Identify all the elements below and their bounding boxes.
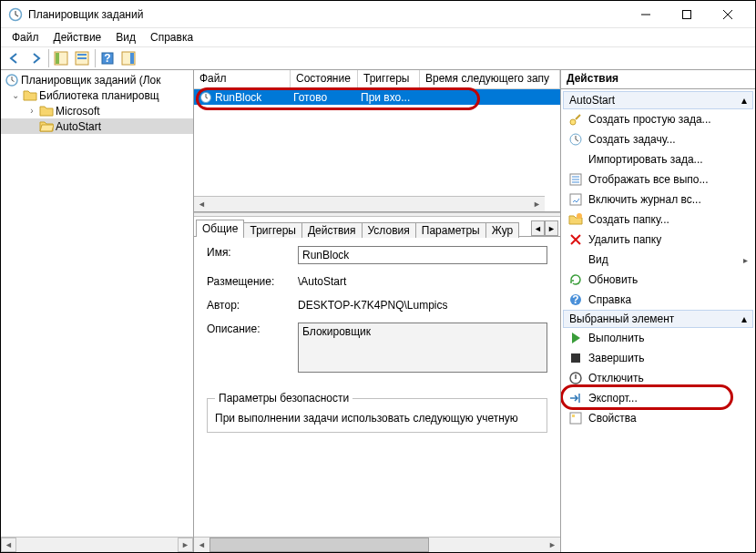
tab-scroll-right-icon[interactable]: ► <box>545 220 558 236</box>
svg-rect-22 <box>570 413 581 424</box>
tasklist-scrollbar[interactable]: ◄ ► <box>194 196 545 211</box>
task-list-header: Файл Состояние Триггеры Время следующего… <box>194 70 560 89</box>
action-label: Экспорт... <box>588 392 748 405</box>
action-run[interactable]: Выполнить <box>563 328 753 348</box>
task-row[interactable]: RunBlock Готово При вхо... <box>194 89 560 105</box>
scroll-left-icon[interactable]: ◄ <box>194 197 209 211</box>
list-icon <box>568 172 583 187</box>
folder-icon <box>39 104 54 118</box>
scroll-right-icon[interactable]: ► <box>545 538 560 552</box>
author-label: Автор: <box>207 299 298 312</box>
action-create-task[interactable]: Создать задачу... <box>563 129 753 149</box>
security-legend: Параметры безопасности <box>215 392 352 405</box>
col-state[interactable]: Состояние <box>291 70 358 88</box>
group-selected-item[interactable]: Выбранный элемент ▴ <box>563 310 753 328</box>
action-properties[interactable]: Свойства <box>563 408 753 428</box>
tree-microsoft[interactable]: › Microsoft <box>1 103 193 118</box>
tree-content: Планировщик заданий (Лок ⌄ Библиотека пл… <box>1 70 193 537</box>
tab-history[interactable]: Жур <box>485 222 519 238</box>
scroll-right-icon[interactable]: ► <box>529 197 545 211</box>
tree-autostart[interactable]: AutoStart <box>1 118 193 134</box>
action-disable[interactable]: Отключить <box>563 368 753 388</box>
scroll-left-icon[interactable]: ◄ <box>1 538 16 552</box>
scroll-left-icon[interactable]: ◄ <box>194 538 209 552</box>
description-field[interactable]: Блокировщик <box>298 323 547 373</box>
window-title: Планировщик заданий <box>28 8 625 21</box>
action-new-folder[interactable]: Создать папку... <box>563 210 753 230</box>
collapse-icon[interactable]: ⌄ <box>10 90 21 100</box>
action-pane-button[interactable] <box>118 48 138 68</box>
tab-conditions[interactable]: Условия <box>362 222 416 238</box>
scroll-thumb[interactable] <box>209 538 429 552</box>
toolbar-separator <box>48 49 49 67</box>
action-label: Включить журнал вс... <box>588 193 748 206</box>
col-trigger[interactable]: Триггеры <box>358 70 420 88</box>
properties-button[interactable] <box>72 48 92 68</box>
show-hide-tree-button[interactable] <box>51 48 71 68</box>
tab-scroll-left-icon[interactable]: ◄ <box>531 220 545 236</box>
tree-root[interactable]: Планировщик заданий (Лок <box>1 72 193 87</box>
tab-strip: Общие Триггеры Действия Условия Параметр… <box>194 217 560 237</box>
maximize-button[interactable] <box>666 1 707 27</box>
security-text: При выполнении задачи использовать следу… <box>215 412 539 425</box>
tab-settings[interactable]: Параметры <box>415 222 486 238</box>
tree-autostart-label: AutoStart <box>56 120 101 133</box>
group-autostart-label: AutoStart <box>569 94 615 107</box>
toolbar: ? <box>1 46 755 70</box>
svg-rect-20 <box>571 353 580 363</box>
action-enable-history[interactable]: Включить журнал вс... <box>563 189 753 210</box>
action-refresh[interactable]: Обновить <box>563 270 753 290</box>
col-next[interactable]: Время следующего запу <box>420 70 560 88</box>
tree-microsoft-label: Microsoft <box>56 105 100 118</box>
name-field[interactable] <box>298 246 547 264</box>
svg-text:?: ? <box>572 293 578 306</box>
menu-view[interactable]: Вид <box>108 29 143 46</box>
menu-file[interactable]: Файл <box>5 29 46 46</box>
group-autostart[interactable]: AutoStart ▴ <box>563 91 753 109</box>
scroll-track[interactable] <box>16 538 178 552</box>
action-end[interactable]: Завершить <box>563 348 753 368</box>
chevron-right-icon: ▸ <box>743 255 748 265</box>
action-view[interactable]: Вид ▸ <box>563 250 753 270</box>
menu-action[interactable]: Действие <box>46 29 109 46</box>
tab-general[interactable]: Общие <box>196 220 244 237</box>
folder-open-icon <box>39 119 54 134</box>
collapse-icon: ▴ <box>741 94 747 107</box>
action-label: Удалить папку <box>588 233 748 246</box>
svg-rect-1 <box>682 10 690 18</box>
action-label: Справка <box>588 293 748 306</box>
scroll-right-icon[interactable]: ► <box>178 538 193 552</box>
help-button[interactable]: ? <box>97 48 117 68</box>
menu-help[interactable]: Справка <box>143 29 200 46</box>
scroll-track[interactable] <box>429 538 545 552</box>
expand-icon[interactable]: › <box>26 106 37 116</box>
task-list: Файл Состояние Триггеры Время следующего… <box>194 70 560 212</box>
action-export[interactable]: Экспорт... <box>563 388 753 408</box>
svg-rect-5 <box>77 54 87 56</box>
action-show-running[interactable]: Отображать все выпо... <box>563 169 753 189</box>
action-create-basic-task[interactable]: Создать простую зада... <box>563 109 753 129</box>
svg-rect-10 <box>130 53 134 64</box>
minimize-button[interactable] <box>625 1 666 27</box>
close-button[interactable] <box>707 1 748 27</box>
action-delete-folder[interactable]: Удалить папку <box>563 230 753 250</box>
wand-icon <box>568 112 583 127</box>
tree-library[interactable]: ⌄ Библиотека планировщ <box>1 87 193 103</box>
tree-library-label: Библиотека планировщ <box>39 89 159 102</box>
tab-scroll: ◄ ► <box>531 220 558 236</box>
tab-actions[interactable]: Действия <box>301 222 363 238</box>
svg-rect-3 <box>56 53 59 64</box>
tab-triggers[interactable]: Триггеры <box>243 222 302 238</box>
details-scrollbar[interactable]: ◄ ► <box>194 537 560 552</box>
details-panel: Общие Триггеры Действия Условия Параметр… <box>194 217 560 552</box>
tree-scrollbar[interactable]: ◄ ► <box>1 537 193 552</box>
col-name[interactable]: Файл <box>194 70 291 88</box>
action-label: Отображать все выпо... <box>588 173 748 186</box>
action-import-task[interactable]: Импортировать зада... <box>563 149 753 169</box>
action-help[interactable]: ? Справка <box>563 290 753 310</box>
scroll-track[interactable] <box>209 197 529 211</box>
refresh-icon <box>568 272 583 287</box>
folder-icon <box>23 88 37 103</box>
back-button[interactable] <box>5 48 25 68</box>
forward-button[interactable] <box>26 48 46 68</box>
